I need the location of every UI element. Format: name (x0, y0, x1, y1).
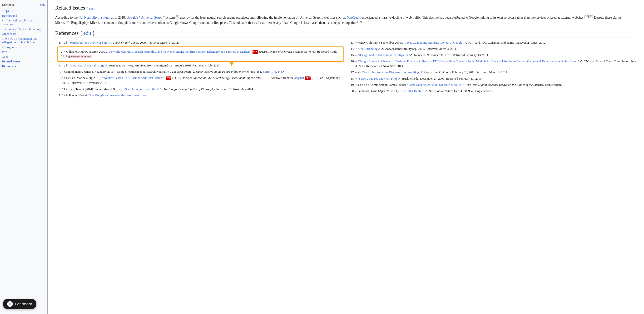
toc-link-other-cases[interactable]: Other cases (2, 32, 16, 36)
references-section: References [ edit ] ^ a b "Search, but Y… (55, 30, 636, 99)
ref-list-left: ^ a b "Search, but You May Not Find"↗. T… (55, 40, 343, 98)
get-citation-button[interactable]: G Get citation (3, 299, 36, 309)
toc-item-top[interactable]: (Top) (2, 9, 46, 13)
related-issues-title: Related issues (55, 5, 85, 11)
link-mapquest[interactable]: MapQuest (347, 16, 360, 19)
toc-link-pros[interactable]: Pros (2, 50, 8, 54)
toc-link-cons[interactable]: Cons (2, 55, 8, 58)
ref-17-link[interactable]: "Search Neutrality as Disclosure and Aud… (362, 70, 420, 74)
toc-link-background[interactable]: Background (2, 14, 17, 18)
related-issues-text: According to the Net Neutrality Institut… (55, 15, 636, 26)
references-edit[interactable]: [ edit ] (80, 30, 94, 36)
toc-list: (Top) Background ∨ "Vertical search" spa… (2, 9, 46, 69)
ref-18-link[interactable]: "Search, but You May Not Find" (358, 77, 398, 80)
ref-item-3: ^ a b "About SearchNeutrality.org"↗. sea… (62, 63, 343, 68)
ref-item-14: ^ "The Chronology"↗. www.searchneutralit… (355, 47, 636, 51)
ref-item-19: ^ a b c d e f Grimmelmann, James (2010).… (355, 82, 636, 87)
ref-7-anchors: a b (64, 94, 67, 97)
toc-link-references[interactable]: References (2, 64, 16, 68)
ref-item-18: ^ "Search, but You May Not Find"↗. Buckn… (355, 76, 636, 81)
toc-item-vertical-search[interactable]: ∨ "Vertical search" spam penalties (2, 18, 46, 27)
ref-19-link[interactable]: "Some Skepticism About Search Neutrality… (407, 83, 462, 87)
pdf-icon-2: PDF (252, 50, 258, 54)
toc-link-arguments[interactable]: Arguments (6, 45, 20, 49)
toc-link-foundem[interactable]: The Foundem's case chronology (2, 27, 42, 31)
ref-1-link[interactable]: "Search, but You May Not Find" (68, 41, 109, 44)
references-heading: References [ edit ] (55, 30, 636, 37)
ref-20-text: ^ Paramore, Lynn (April 20, 2011). "The … (355, 89, 494, 93)
ref-15-text: ^ "Background to EU Formal Investigation… (355, 53, 489, 57)
toc-item-arguments[interactable]: ∨ Arguments (2, 45, 46, 50)
ref-13-text: ^ Nancy Gohring (4 September 2010). "Tex… (355, 41, 546, 44)
related-issues-edit[interactable]: [ edit ] (87, 7, 94, 11)
expand-icon-arguments: ∨ (2, 46, 5, 49)
ref-3-link[interactable]: "About SearchNeutrality.org" (68, 64, 105, 67)
refs-right-col: ^ Nancy Gohring (4 September 2010). "Tex… (349, 40, 636, 99)
ref-4-ssrn-link[interactable]: SSRN 1742444 (263, 70, 282, 73)
toc-link-ftc[interactable]: The FTC's Investigation into Allegations… (2, 37, 37, 44)
ref-14-link[interactable]: "The Chronology" (358, 47, 380, 51)
toc-item-ftc[interactable]: The FTC's Investigation into Allegations… (2, 36, 46, 45)
toc-link-top[interactable]: (Top) (2, 9, 9, 13)
toc-item-cons[interactable]: Cons (2, 54, 46, 59)
ref-item-6: ^ Herman, Tavani (2014). Zalta, Edward N… (62, 87, 343, 92)
related-issues-edit-link[interactable]: edit (88, 7, 93, 10)
ref-2-link[interactable]: "Network Neutrality, Search Neutrality, … (108, 50, 251, 53)
ref-7-link[interactable]: "Are Google and Amazon the next threat t… (88, 93, 146, 97)
toc-link-vertical-search[interactable]: "Vertical search" spam penalties (2, 19, 34, 26)
ref-17-text: ^ a b "Search Neutrality as Disclosure a… (355, 70, 508, 74)
ref-21: [21] (175, 15, 179, 18)
toc-item-references[interactable]: References (2, 64, 46, 69)
references-title: References (55, 30, 78, 36)
ref-1-anchors: a b (64, 41, 67, 44)
ref-13-link[interactable]: "Texas Conducting Antitrust Review of Go… (404, 41, 464, 44)
ref-1-text: ^ a b "Search, but You May Not Find"↗. T… (62, 41, 179, 44)
ref-5-link[interactable]: "'Neutral' Search As A Basis for Antitru… (102, 76, 165, 80)
ref-6-link[interactable]: "Search Engines and Ethics" (124, 87, 160, 91)
toc-item-pros[interactable]: Pros (2, 50, 46, 54)
refs-left-col: ^ a b "Search, but You May Not Find"↗. T… (55, 40, 349, 99)
main-content: Related issues [ edit ] According to the… (48, 0, 644, 314)
ref-20-link[interactable]: "The Filter Bubble" (400, 89, 424, 93)
ref-item-16: ^ "Google Agrees to Change Its Business … (355, 59, 636, 68)
ref-item-5: ^ a b c Lao, Marina (July 2013). "'Neutr… (62, 76, 343, 85)
dead-link-2: [permanent dead link] (68, 55, 92, 58)
related-issues-heading: Related issues [ edit ] (55, 5, 636, 12)
ref-19-text: ^ a b c d e f Grimmelmann, James (2010).… (355, 83, 562, 87)
ref-18-text: ^ "Search, but You May Not Find"↗. Buckn… (355, 77, 482, 80)
table-of-contents: Contents hide (Top) Background ∨ "Vertic… (0, 0, 48, 314)
toc-item-other-cases[interactable]: Other cases (2, 32, 46, 36)
ref-3-anchors: a b (64, 64, 67, 67)
toc-title: Contents (2, 3, 14, 7)
toc-hide-button[interactable]: hide (40, 3, 46, 7)
ref-22-23: [22][23] (584, 15, 593, 18)
toc-link-related-issues[interactable]: Related issues (2, 60, 20, 63)
ref-2-highlight-box: 2. ^ Odlyzko, Andrew (March 2009). "Netw… (57, 47, 344, 62)
ref-24: [24] (358, 20, 362, 23)
ref-5-anchors: a b c (64, 76, 70, 80)
ref-item-20: ^ Paramore, Lynn (April 20, 2011). "The … (355, 89, 636, 93)
link-net-neutrality-institute[interactable]: Net Neutrality Institute (78, 16, 110, 19)
ref-item-13: ^ Nancy Gohring (4 September 2010). "Tex… (355, 40, 636, 45)
pdf-icon-5b: PDF (305, 77, 310, 80)
related-issues-section: Related issues [ edit ] According to the… (55, 5, 636, 26)
ref-item-1: ^ a b "Search, but You May Not Find"↗. T… (62, 40, 343, 45)
ref-6-text: ^ Herman, Tavani (2014). Zalta, Edward N… (62, 87, 254, 91)
get-citation-icon: G (7, 301, 13, 307)
references-columns: ^ a b "Search, but You May Not Find"↗. T… (55, 40, 636, 99)
toc-item-foundem[interactable]: The Foundem's case chronology (2, 27, 46, 32)
ref-5-original-link[interactable]: original (294, 76, 304, 80)
link-universal-search[interactable]: Universal Search (140, 16, 163, 19)
ref-2-text: 2. ^ Odlyzko, Andrew (March 2009). "Netw… (61, 50, 337, 58)
ref-3-text: ^ a b "About SearchNeutrality.org"↗. sea… (62, 64, 220, 67)
ref-5-text: ^ a b c Lao, Marina (July 2013). "'Neutr… (62, 76, 340, 84)
toc-item-background[interactable]: Background (2, 13, 46, 18)
ref-15-link[interactable]: "Background to EU Formal Investigation" (358, 53, 410, 57)
references-edit-link[interactable]: edit (84, 30, 92, 36)
ref-19-anchors: a b c d e f (358, 83, 369, 87)
link-google[interactable]: Google (126, 16, 136, 19)
get-citation-icon-letter: G (9, 302, 12, 306)
ref-16-link[interactable]: "Google Agrees to Change Its Business Pr… (358, 59, 579, 63)
ref-item-15: ^ "Background to EU Formal Investigation… (355, 53, 636, 57)
toc-item-related-issues[interactable]: Related issues (2, 59, 46, 64)
